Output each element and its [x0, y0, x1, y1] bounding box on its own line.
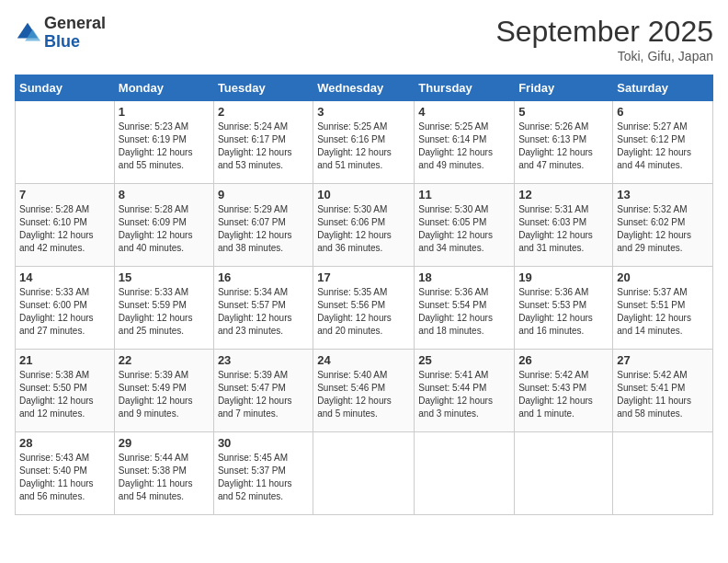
calendar-week-row: 7Sunrise: 5:28 AM Sunset: 6:10 PM Daylig… [16, 184, 713, 267]
day-info: Sunrise: 5:34 AM Sunset: 5:57 PM Dayligh… [218, 286, 309, 338]
calendar-cell: 1Sunrise: 5:23 AM Sunset: 6:19 PM Daylig… [114, 101, 213, 184]
day-number: 3 [317, 105, 410, 119]
day-info: Sunrise: 5:39 AM Sunset: 5:47 PM Dayligh… [218, 369, 309, 420]
calendar-cell: 2Sunrise: 5:24 AM Sunset: 6:17 PM Daylig… [213, 101, 313, 184]
day-number: 4 [418, 105, 510, 119]
day-info: Sunrise: 5:35 AM Sunset: 5:56 PM Dayligh… [317, 286, 410, 338]
calendar-cell [16, 101, 115, 184]
day-number: 19 [518, 270, 609, 284]
day-number: 14 [19, 270, 110, 284]
day-info: Sunrise: 5:33 AM Sunset: 6:00 PM Dayligh… [19, 286, 110, 338]
day-info: Sunrise: 5:32 AM Sunset: 6:02 PM Dayligh… [617, 203, 709, 255]
day-number: 20 [617, 270, 709, 284]
calendar-cell: 28Sunrise: 5:43 AM Sunset: 5:40 PM Dayli… [16, 432, 115, 515]
day-info: Sunrise: 5:28 AM Sunset: 6:10 PM Dayligh… [19, 203, 110, 255]
calendar-cell: 24Sunrise: 5:40 AM Sunset: 5:46 PM Dayli… [313, 350, 415, 432]
calendar-cell: 29Sunrise: 5:44 AM Sunset: 5:38 PM Dayli… [114, 432, 213, 515]
day-number: 6 [617, 105, 709, 119]
day-info: Sunrise: 5:30 AM Sunset: 6:05 PM Dayligh… [418, 203, 510, 255]
day-number: 24 [317, 353, 410, 367]
day-info: Sunrise: 5:36 AM Sunset: 5:53 PM Dayligh… [518, 286, 609, 338]
calendar-cell [613, 432, 713, 515]
day-number: 16 [218, 270, 309, 284]
weekday-header-row: SundayMondayTuesdayWednesdayThursdayFrid… [16, 75, 713, 101]
day-info: Sunrise: 5:36 AM Sunset: 5:54 PM Dayligh… [418, 286, 510, 338]
calendar-cell: 27Sunrise: 5:42 AM Sunset: 5:41 PM Dayli… [613, 350, 713, 432]
calendar-week-row: 1Sunrise: 5:23 AM Sunset: 6:19 PM Daylig… [16, 101, 713, 184]
day-number: 25 [418, 353, 510, 367]
day-info: Sunrise: 5:44 AM Sunset: 5:38 PM Dayligh… [119, 452, 210, 503]
page-header: General Blue September 2025 Toki, Gifu, … [15, 15, 713, 63]
calendar-cell: 26Sunrise: 5:42 AM Sunset: 5:43 PM Dayli… [515, 350, 613, 432]
day-info: Sunrise: 5:37 AM Sunset: 5:51 PM Dayligh… [617, 286, 709, 338]
day-info: Sunrise: 5:25 AM Sunset: 6:14 PM Dayligh… [418, 121, 510, 172]
calendar-table: SundayMondayTuesdayWednesdayThursdayFrid… [15, 75, 713, 515]
calendar-cell: 22Sunrise: 5:39 AM Sunset: 5:49 PM Dayli… [114, 350, 213, 432]
day-info: Sunrise: 5:26 AM Sunset: 6:13 PM Dayligh… [518, 121, 609, 172]
day-info: Sunrise: 5:45 AM Sunset: 5:37 PM Dayligh… [218, 452, 309, 503]
weekday-header-monday: Monday [114, 75, 213, 101]
calendar-cell [313, 432, 415, 515]
day-info: Sunrise: 5:29 AM Sunset: 6:07 PM Dayligh… [218, 203, 309, 255]
day-number: 1 [119, 105, 210, 119]
day-number: 26 [518, 353, 609, 367]
weekday-header-friday: Friday [515, 75, 613, 101]
calendar-cell: 15Sunrise: 5:33 AM Sunset: 5:59 PM Dayli… [114, 267, 213, 350]
calendar-cell: 19Sunrise: 5:36 AM Sunset: 5:53 PM Dayli… [515, 267, 613, 350]
calendar-week-row: 28Sunrise: 5:43 AM Sunset: 5:40 PM Dayli… [16, 432, 713, 515]
day-number: 18 [418, 270, 510, 284]
day-number: 30 [218, 436, 309, 450]
day-number: 7 [19, 188, 110, 201]
weekday-header-thursday: Thursday [415, 75, 515, 101]
calendar-cell: 14Sunrise: 5:33 AM Sunset: 6:00 PM Dayli… [16, 267, 115, 350]
day-info: Sunrise: 5:38 AM Sunset: 5:50 PM Dayligh… [19, 369, 110, 420]
calendar-cell [515, 432, 613, 515]
calendar-cell: 8Sunrise: 5:28 AM Sunset: 6:09 PM Daylig… [114, 184, 213, 267]
calendar-cell: 30Sunrise: 5:45 AM Sunset: 5:37 PM Dayli… [213, 432, 313, 515]
calendar-cell: 21Sunrise: 5:38 AM Sunset: 5:50 PM Dayli… [16, 350, 115, 432]
day-number: 10 [317, 188, 410, 201]
calendar-cell: 6Sunrise: 5:27 AM Sunset: 6:12 PM Daylig… [613, 101, 713, 184]
day-info: Sunrise: 5:43 AM Sunset: 5:40 PM Dayligh… [19, 452, 110, 503]
logo-general: General [44, 14, 106, 32]
calendar-cell: 9Sunrise: 5:29 AM Sunset: 6:07 PM Daylig… [213, 184, 313, 267]
day-number: 27 [617, 353, 709, 367]
calendar-cell: 12Sunrise: 5:31 AM Sunset: 6:03 PM Dayli… [515, 184, 613, 267]
day-number: 21 [19, 353, 110, 367]
day-info: Sunrise: 5:25 AM Sunset: 6:16 PM Dayligh… [317, 121, 410, 172]
calendar-cell: 16Sunrise: 5:34 AM Sunset: 5:57 PM Dayli… [213, 267, 313, 350]
logo-blue: Blue [44, 32, 80, 51]
calendar-cell: 23Sunrise: 5:39 AM Sunset: 5:47 PM Dayli… [213, 350, 313, 432]
weekday-header-wednesday: Wednesday [313, 75, 415, 101]
day-info: Sunrise: 5:39 AM Sunset: 5:49 PM Dayligh… [119, 369, 210, 420]
day-number: 9 [218, 188, 309, 201]
calendar-cell: 5Sunrise: 5:26 AM Sunset: 6:13 PM Daylig… [515, 101, 613, 184]
day-info: Sunrise: 5:23 AM Sunset: 6:19 PM Dayligh… [119, 121, 210, 172]
day-number: 22 [119, 353, 210, 367]
day-number: 28 [19, 436, 110, 450]
calendar-cell: 18Sunrise: 5:36 AM Sunset: 5:54 PM Dayli… [415, 267, 515, 350]
day-info: Sunrise: 5:24 AM Sunset: 6:17 PM Dayligh… [218, 121, 309, 172]
day-info: Sunrise: 5:42 AM Sunset: 5:41 PM Dayligh… [617, 369, 709, 420]
day-info: Sunrise: 5:33 AM Sunset: 5:59 PM Dayligh… [119, 286, 210, 338]
weekday-header-saturday: Saturday [613, 75, 713, 101]
day-number: 8 [119, 188, 210, 201]
day-number: 5 [518, 105, 609, 119]
calendar-cell: 13Sunrise: 5:32 AM Sunset: 6:02 PM Dayli… [613, 184, 713, 267]
calendar-week-row: 14Sunrise: 5:33 AM Sunset: 6:00 PM Dayli… [16, 267, 713, 350]
day-number: 2 [218, 105, 309, 119]
day-number: 12 [518, 188, 609, 201]
day-info: Sunrise: 5:42 AM Sunset: 5:43 PM Dayligh… [518, 369, 609, 420]
logo-text: General Blue [44, 15, 106, 52]
calendar-cell: 25Sunrise: 5:41 AM Sunset: 5:44 PM Dayli… [415, 350, 515, 432]
day-info: Sunrise: 5:40 AM Sunset: 5:46 PM Dayligh… [317, 369, 410, 420]
logo-icon [15, 20, 40, 46]
calendar-cell: 4Sunrise: 5:25 AM Sunset: 6:14 PM Daylig… [415, 101, 515, 184]
day-info: Sunrise: 5:27 AM Sunset: 6:12 PM Dayligh… [617, 121, 709, 172]
day-info: Sunrise: 5:30 AM Sunset: 6:06 PM Dayligh… [317, 203, 410, 255]
weekday-header-tuesday: Tuesday [213, 75, 313, 101]
calendar-cell: 17Sunrise: 5:35 AM Sunset: 5:56 PM Dayli… [313, 267, 415, 350]
title-block: September 2025 Toki, Gifu, Japan [495, 15, 713, 63]
location-subtitle: Toki, Gifu, Japan [495, 49, 713, 63]
calendar-cell [415, 432, 515, 515]
